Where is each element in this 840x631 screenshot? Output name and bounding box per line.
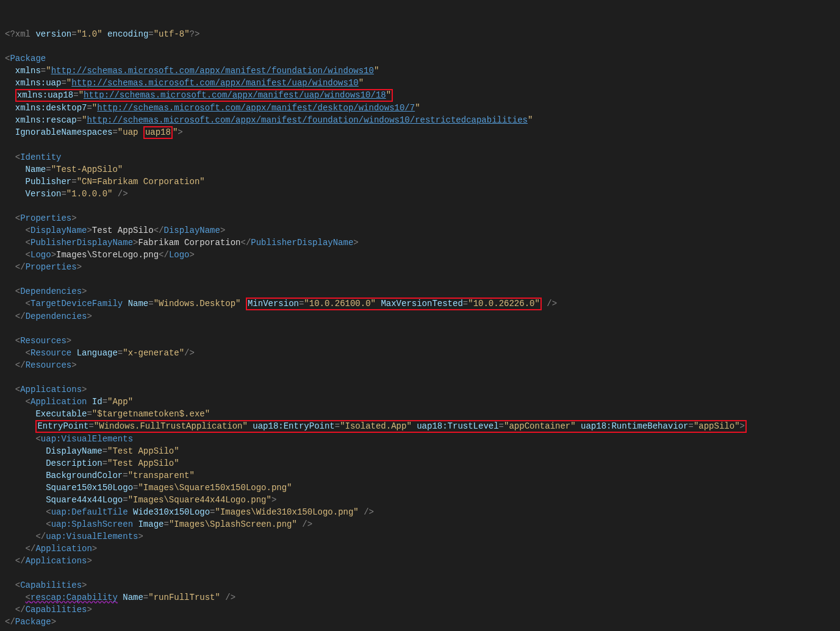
identity-tag: Identity xyxy=(20,152,61,162)
publisher-display-name-text: Fabrikam Corporation xyxy=(138,238,240,248)
highlight-uap18-ns: xmlns:uap18="http://schemas.microsoft.co… xyxy=(15,89,393,102)
ns-uap-link[interactable]: http://schemas.microsoft.com/appx/manife… xyxy=(71,78,358,88)
package-tag: Package xyxy=(10,54,46,63)
highlight-entrypoint-attrs: EntryPoint="Windows.FullTrustApplication… xyxy=(35,420,747,433)
xml-declaration: <? xyxy=(5,29,15,39)
code-editor[interactable]: <?xml version="1.0" encoding="utf-8"?> <… xyxy=(5,28,835,628)
ns-default-link[interactable]: http://schemas.microsoft.com/appx/manife… xyxy=(51,66,374,76)
ns-desktop7-link[interactable]: http://schemas.microsoft.com/appx/manife… xyxy=(97,103,415,113)
highlight-ignorable-uap18: uap18 xyxy=(143,126,173,139)
ns-rescap-link[interactable]: http://schemas.microsoft.com/appx/manife… xyxy=(87,115,528,125)
ns-uap18-link[interactable]: http://schemas.microsoft.com/appx/manife… xyxy=(84,90,386,100)
wavy-warning: <rescap:Capability xyxy=(26,593,118,602)
display-name-text: Test AppSilo xyxy=(92,226,154,235)
logo-text: Images\StoreLogo.png xyxy=(56,250,159,260)
highlight-version-attrs: MinVersion="10.0.26100.0" MaxVersionTest… xyxy=(246,298,542,310)
